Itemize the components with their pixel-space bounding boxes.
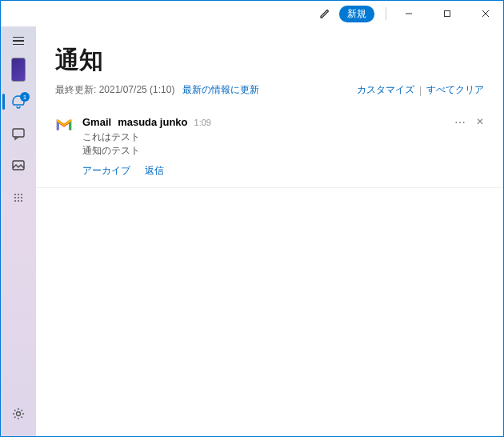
new-button[interactable]: 新規 (339, 6, 374, 22)
last-updated-text: 最終更新: 2021/07/25 (1:10) (55, 83, 174, 97)
notification-app: Gmail (82, 116, 111, 128)
refresh-link[interactable]: 最新の情報に更新 (182, 83, 259, 97)
app-window: 新規 1 (0, 0, 504, 437)
phone-icon (11, 58, 26, 82)
menu-button[interactable] (1, 28, 36, 54)
sidebar-item-apps[interactable] (1, 182, 36, 214)
svg-point-6 (17, 412, 21, 416)
sidebar-item-photos[interactable] (1, 150, 36, 182)
gear-icon (11, 407, 26, 421)
maximize-button[interactable] (431, 2, 463, 25)
dismiss-icon[interactable]: ✕ (476, 116, 484, 127)
svg-rect-1 (445, 11, 450, 17)
sidebar-item-phone[interactable] (1, 54, 36, 86)
separator: | (419, 85, 422, 96)
notification-sender: masuda junko (118, 116, 187, 128)
sidebar-item-messages[interactable] (1, 118, 36, 150)
compose-icon[interactable] (318, 7, 331, 20)
page-title: 通知 (55, 44, 484, 77)
customize-link[interactable]: カスタマイズ (357, 83, 414, 97)
titlebar: 新規 (1, 1, 503, 26)
archive-button[interactable]: アーカイブ (82, 164, 130, 178)
chat-icon (11, 126, 26, 141)
clear-all-link[interactable]: すべてクリア (426, 83, 484, 97)
notification-list: Gmail masuda junko 1:09 これはテスト 通知のテスト アー… (36, 105, 503, 436)
sidebar: 1 (1, 26, 36, 436)
svg-rect-5 (13, 161, 24, 170)
svg-rect-4 (13, 129, 24, 137)
page-header: 通知 最終更新: 2021/07/25 (1:10) 最新の情報に更新 カスタマ… (36, 26, 503, 105)
sidebar-item-settings[interactable] (1, 398, 36, 430)
notification-subject: これはテスト (82, 130, 443, 144)
sidebar-item-notifications[interactable]: 1 (1, 86, 36, 118)
close-button[interactable] (470, 2, 502, 25)
minimize-button[interactable] (393, 2, 425, 25)
hamburger-icon (13, 37, 24, 46)
notification-badge: 1 (20, 92, 30, 102)
image-icon (11, 158, 26, 173)
reply-button[interactable]: 返信 (145, 164, 164, 178)
notification-body: 通知のテスト (82, 144, 443, 158)
notification-time: 1:09 (194, 118, 211, 127)
content-area: 通知 最終更新: 2021/07/25 (1:10) 最新の情報に更新 カスタマ… (36, 26, 503, 436)
more-icon[interactable]: ⋯ (454, 116, 466, 129)
notification-item[interactable]: Gmail masuda junko 1:09 これはテスト 通知のテスト アー… (36, 105, 503, 188)
gmail-icon (55, 118, 71, 134)
apps-icon (14, 194, 22, 202)
